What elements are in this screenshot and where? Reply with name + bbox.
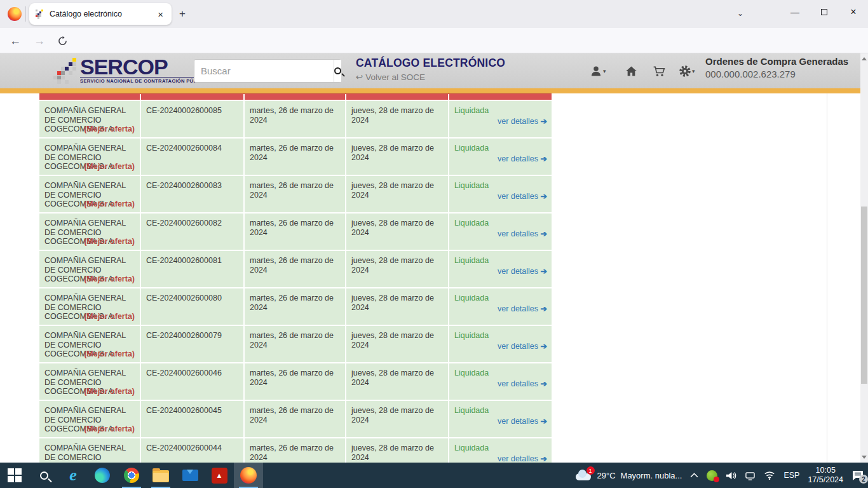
table-row: COMPAÑIA GENERAL DE COMERCIO COGECOMSA S… (39, 139, 552, 175)
action-center-button[interactable]: 2 (851, 470, 864, 481)
new-tab-button[interactable]: + (179, 8, 186, 20)
window-restore-button[interactable] (810, 0, 839, 24)
cell-order-date: martes, 26 de marzo de 2024 (245, 401, 345, 437)
cell-provider: COMPAÑIA GENERAL DE COMERCIO COGECOMSA S… (39, 214, 140, 250)
link-arrow-icon: ➔ (541, 229, 546, 238)
link-arrow-icon: ➔ (541, 379, 546, 388)
search-input[interactable] (194, 60, 334, 82)
cell-status: Liquidada ver detalles ➔ (449, 214, 552, 250)
link-arrow-icon: ➔ (541, 454, 546, 463)
clock-widget[interactable]: 10:05 17/5/2024 (808, 466, 843, 485)
edge-icon (95, 468, 110, 483)
best-offer-tag: (Mejor oferta) (84, 125, 135, 134)
cart-button[interactable] (652, 65, 666, 78)
scroll-down-icon[interactable] (862, 456, 867, 459)
language-indicator[interactable]: ESP (783, 471, 799, 480)
cell-status: Liquidada ver detalles ➔ (449, 288, 552, 325)
cell-delivery-date: jueves, 28 de marzo de 2024 (346, 214, 448, 250)
internet-explorer-button[interactable]: e (58, 463, 88, 488)
search-button[interactable] (334, 60, 341, 82)
cell-delivery-date: jueves, 28 de marzo de 2024 (346, 326, 448, 362)
tab-title: Catálogo electrónico (50, 10, 156, 18)
edge-button[interactable] (88, 463, 117, 488)
cell-provider: COMPAÑIA GENERAL DE COMERCIO COGECOMSA S… (39, 363, 140, 400)
acrobat-button[interactable]: ▲ (205, 463, 234, 488)
link-arrow-icon: ➔ (541, 304, 546, 313)
tab-list-chevron-icon[interactable]: ⌄ (737, 9, 743, 18)
cell-provider: COMPAÑIA GENERAL DE COMERCIO COGECOMSA S… (39, 251, 140, 287)
cell-order-date: martes, 26 de marzo de 2024 (245, 214, 345, 250)
settings-menu-button[interactable]: ▾ (679, 65, 695, 78)
cell-order-code: CE-20240002600083 (141, 176, 243, 212)
cell-order-code: CE-20240002600045 (141, 401, 243, 437)
start-button[interactable] (0, 463, 29, 488)
best-offer-tag: (Mejor oferta) (84, 349, 135, 359)
volume-icon[interactable] (726, 471, 736, 480)
scroll-up-icon[interactable] (862, 57, 867, 60)
cell-order-date: martes, 26 de marzo de 2024 (245, 288, 345, 325)
ver-detalles-link[interactable]: ver detalles ➔ (498, 454, 546, 463)
ver-detalles-link[interactable]: ver detalles ➔ (498, 267, 546, 276)
volver-al-soce-link[interactable]: ↩ Volver al SOCE (356, 72, 505, 82)
orders-table: COMPAÑIA GENERAL DE COMERCIO COGECOMSA S… (39, 93, 552, 463)
scrollbar-thumb[interactable] (861, 207, 867, 384)
brand-tagline: SERVICIO NACIONAL DE CONTRATACIÓN PÚBLIC… (80, 77, 209, 84)
acrobat-icon: ▲ (212, 468, 227, 484)
cell-status: Liquidada ver detalles ➔ (449, 101, 552, 137)
cell-order-date: martes, 26 de marzo de 2024 (245, 251, 345, 287)
antivirus-tray-icon[interactable] (707, 470, 717, 481)
ver-detalles-link[interactable]: ver detalles ➔ (498, 117, 546, 126)
ver-detalles-link[interactable]: ver detalles ➔ (498, 192, 546, 201)
sercop-logo[interactable]: SERCOP SERVICIO NACIONAL DE CONTRATACIÓN… (53, 57, 209, 85)
browser-navbar: ← → https://catalogo.compraspublicas.gob… (0, 28, 868, 53)
chrome-button[interactable] (117, 463, 146, 488)
reload-button[interactable] (52, 28, 72, 53)
ver-detalles-link[interactable]: ver detalles ➔ (498, 417, 546, 426)
mail-button[interactable] (175, 463, 205, 488)
window-minimize-button[interactable]: — (780, 0, 810, 24)
status-badge: Liquidada (454, 219, 489, 227)
table-row: COMPAÑIA GENERAL DE COMERCIO COGECOMSA S… (39, 326, 552, 362)
tray-chevron-up-icon[interactable] (690, 473, 698, 478)
user-icon (590, 65, 602, 78)
ver-detalles-link[interactable]: ver detalles ➔ (498, 342, 546, 351)
firefox-icon[interactable] (8, 7, 22, 21)
window-close-button[interactable]: × (839, 0, 868, 24)
cell-order-date: martes, 26 de marzo de 2024 (245, 438, 345, 463)
cell-order-code: CE-20240002600080 (141, 288, 243, 325)
file-explorer-button[interactable] (146, 463, 175, 488)
table-row: COMPAÑIA GENERAL DE COMERCIO COGECOMSA S… (39, 101, 552, 137)
forward-button[interactable]: → (29, 28, 50, 53)
user-menu-button[interactable]: ▾ (590, 65, 606, 78)
table-row: COMPAÑIA GENERAL DE COMERCIO COGECOMSA S… (39, 401, 552, 437)
back-button[interactable]: ← (5, 28, 25, 53)
tab-close-icon[interactable]: × (156, 9, 165, 20)
taskbar-search-button[interactable] (29, 463, 58, 488)
folder-icon (153, 470, 169, 482)
home-button[interactable] (625, 65, 638, 78)
cart-icon (652, 65, 666, 78)
cell-delivery-date: jueves, 28 de marzo de 2024 (346, 139, 448, 175)
cell-delivery-date: jueves, 28 de marzo de 2024 (346, 401, 448, 437)
ver-detalles-link[interactable]: ver detalles ➔ (498, 379, 546, 389)
browser-tab[interactable]: Catálogo electrónico × (29, 3, 172, 25)
page-content: SERCOP SERVICIO NACIONAL DE CONTRATACIÓN… (0, 53, 868, 463)
cell-provider: COMPAÑIA GENERAL DE COMERCIO COGECOMSA S… (39, 288, 140, 325)
ver-detalles-link[interactable]: ver detalles ➔ (498, 154, 546, 164)
ver-detalles-link[interactable]: ver detalles ➔ (498, 304, 546, 314)
caret-down-icon: ▾ (603, 68, 606, 74)
weather-widget[interactable]: 1 29°C Mayorm. nubla... (574, 470, 682, 481)
volver-label: Volver al SOCE (365, 72, 425, 82)
search-icon (334, 67, 341, 74)
cell-status: Liquidada ver detalles ➔ (449, 326, 552, 362)
ver-detalles-link[interactable]: ver detalles ➔ (498, 229, 546, 239)
weather-description: Mayorm. nubla... (621, 471, 682, 480)
cell-delivery-date: jueves, 28 de marzo de 2024 (346, 101, 448, 137)
page-scrollbar[interactable] (860, 53, 868, 463)
clock-date: 17/5/2024 (808, 475, 843, 485)
cell-provider: COMPAÑIA GENERAL DE COMERCIO COGECOMSA S… (39, 326, 140, 362)
browser-titlebar: Catálogo electrónico × + ⌄ — × (0, 0, 868, 28)
display-cast-icon[interactable] (745, 471, 756, 480)
firefox-taskbar-button[interactable] (234, 463, 263, 488)
wifi-icon[interactable] (764, 471, 775, 480)
